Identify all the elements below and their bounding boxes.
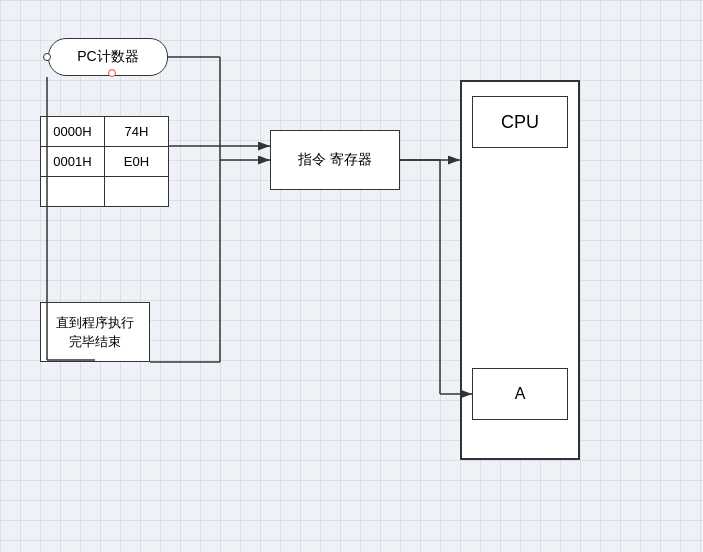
memory-value-empty	[105, 177, 169, 207]
completion-text-box: 直到程序执行完毕结束	[40, 302, 150, 362]
cpu-label-box: CPU	[472, 96, 568, 148]
memory-address-1: 0001H	[41, 147, 105, 177]
memory-value-1: E0H	[105, 147, 169, 177]
cpu-label-text: CPU	[501, 112, 539, 133]
pc-counter-label: PC计数器	[77, 48, 138, 66]
diagram-arrows	[0, 0, 703, 552]
instruction-register-box: 指令 寄存器	[270, 130, 400, 190]
memory-address-empty	[41, 177, 105, 207]
pc-circle-left	[43, 53, 51, 61]
memory-address-0: 0000H	[41, 117, 105, 147]
pc-circle-right	[108, 69, 116, 77]
instruction-register-label: 指令 寄存器	[298, 151, 372, 169]
diagram-container: PC计数器 0000H 74H 0001H E0H 指令 寄存器 CPU A 直…	[0, 0, 703, 552]
memory-table: 0000H 74H 0001H E0H	[40, 116, 169, 207]
a-register-label: A	[515, 385, 526, 403]
a-register-box: A	[472, 368, 568, 420]
table-row: 0001H E0H	[41, 147, 169, 177]
completion-text: 直到程序执行完毕结束	[56, 313, 134, 352]
table-row: 0000H 74H	[41, 117, 169, 147]
memory-value-0: 74H	[105, 117, 169, 147]
table-row-empty	[41, 177, 169, 207]
